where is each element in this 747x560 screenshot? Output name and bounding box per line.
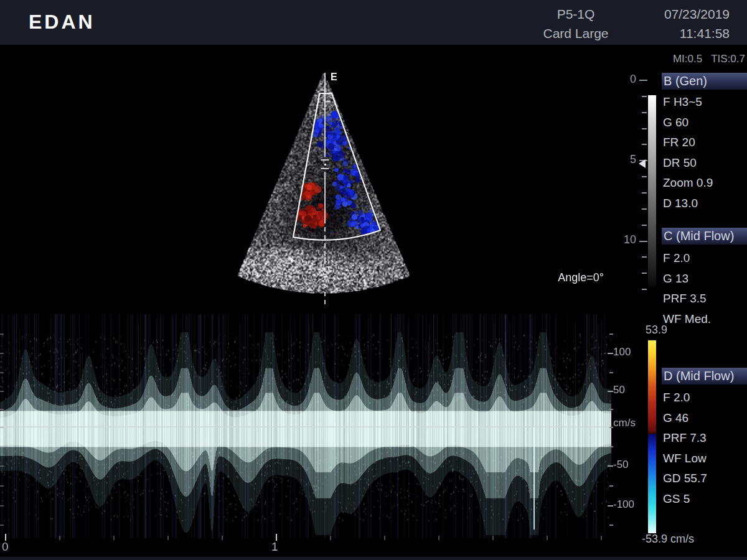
tick-mark <box>0 427 4 428</box>
tick-mark <box>601 536 602 540</box>
tick-mark <box>492 536 494 540</box>
depth-label-0: 0 <box>622 73 636 86</box>
tick-mark <box>0 353 4 354</box>
tick-mark <box>642 96 647 97</box>
tick-mark <box>330 536 331 540</box>
bottom-edge-bar <box>0 557 747 560</box>
time-label-1: 1 <box>271 540 278 554</box>
velocity-label-p100: 100 <box>613 346 631 358</box>
param-row: G 13 <box>663 271 747 287</box>
tick-mark <box>639 80 647 81</box>
spectral-doppler-canvas <box>0 314 611 538</box>
param-row: DR 50 <box>663 155 747 171</box>
velocity-colorbar <box>648 340 656 533</box>
date-display: 07/23/2019 <box>635 4 730 24</box>
velocity-label-n50: -50 <box>613 459 629 471</box>
param-row: D 13.0 <box>663 195 747 212</box>
tick-mark <box>608 465 613 467</box>
mode-header-d[interactable]: D (Mid Flow) <box>662 368 747 385</box>
mi-value: MI:0.5 <box>673 53 702 65</box>
tick-mark <box>642 192 647 194</box>
acoustic-indices: MI:0.5TIS:0.7 <box>664 53 745 65</box>
param-row: F H3~5 <box>663 94 747 110</box>
color-scale-max: 53.9 <box>646 324 667 337</box>
focus-marker-icon[interactable] <box>639 159 646 168</box>
param-row: G 60 <box>663 114 747 131</box>
param-row: GS 5 <box>663 491 747 507</box>
param-row: WF Low <box>663 450 747 467</box>
tick-mark <box>547 536 548 540</box>
velocity-label-p50: 50 <box>613 384 625 396</box>
tick-mark <box>59 536 60 540</box>
tick-mark <box>0 465 4 467</box>
tick-mark <box>642 144 647 145</box>
bmode-image-canvas <box>0 0 647 311</box>
tick-mark <box>642 176 647 177</box>
orientation-mark: E <box>331 72 337 83</box>
tick-mark <box>438 536 439 540</box>
tis-value: TIS:0.7 <box>711 53 745 65</box>
color-scale-min: -53.9 cm/s <box>642 533 694 546</box>
param-row: PRF 3.5 <box>663 291 747 307</box>
tick-mark <box>0 391 4 392</box>
param-row: PRF 7.3 <box>663 430 747 446</box>
velocity-label-n100: -100 <box>613 498 634 511</box>
tick-mark <box>642 208 647 210</box>
tick-mark <box>609 334 613 335</box>
tick-mark <box>113 536 115 540</box>
tick-mark <box>0 409 4 410</box>
tick-mark <box>167 536 169 540</box>
param-row: F 2.0 <box>663 390 747 406</box>
tick-mark <box>0 446 4 447</box>
tick-mark <box>642 225 647 226</box>
tick-mark <box>609 409 613 410</box>
tick-mark <box>609 485 613 487</box>
param-row: FR 20 <box>663 134 747 151</box>
param-row: F 2.0 <box>663 250 747 266</box>
tick-mark <box>384 536 385 540</box>
velocity-unit-label: cm/s <box>613 417 636 429</box>
mode-header-c[interactable]: C (Mid Flow) <box>662 228 747 245</box>
param-row: Zoom 0.9 <box>663 175 747 191</box>
param-row: G 46 <box>663 410 747 426</box>
tick-mark <box>0 334 4 335</box>
time-label-0: 0 <box>2 540 9 554</box>
tick-mark <box>639 241 647 242</box>
tick-mark <box>642 273 647 274</box>
tick-mark <box>0 525 4 526</box>
param-row: WF Med. <box>663 311 747 327</box>
tick-mark <box>642 112 647 113</box>
tick-mark <box>609 446 613 447</box>
mode-header-b[interactable]: B (Gen) <box>662 73 747 90</box>
tick-mark <box>0 485 4 487</box>
depth-label-5: 5 <box>622 153 636 166</box>
tick-mark <box>642 289 647 290</box>
time-display: 11:41:58 <box>635 24 730 43</box>
tick-mark <box>222 536 223 540</box>
depth-label-10: 10 <box>622 233 636 246</box>
tick-mark <box>608 391 613 392</box>
tick-mark <box>609 372 613 373</box>
doppler-angle-label: Angle=0° <box>534 271 604 284</box>
tick-mark <box>608 353 613 354</box>
tick-mark <box>0 505 4 506</box>
tick-mark <box>642 128 647 129</box>
tick-mark <box>609 525 613 526</box>
ultrasound-screen: EDAN P5-1Q Card Large 07/23/2019 11:41:5… <box>0 0 747 560</box>
param-row: GD 55.7 <box>663 470 747 487</box>
datetime-block: 07/23/2019 11:41:58 <box>635 4 738 43</box>
grayscale-bar <box>648 95 656 289</box>
tick-mark <box>0 372 4 373</box>
tick-mark <box>608 505 613 506</box>
tick-mark <box>642 256 647 258</box>
